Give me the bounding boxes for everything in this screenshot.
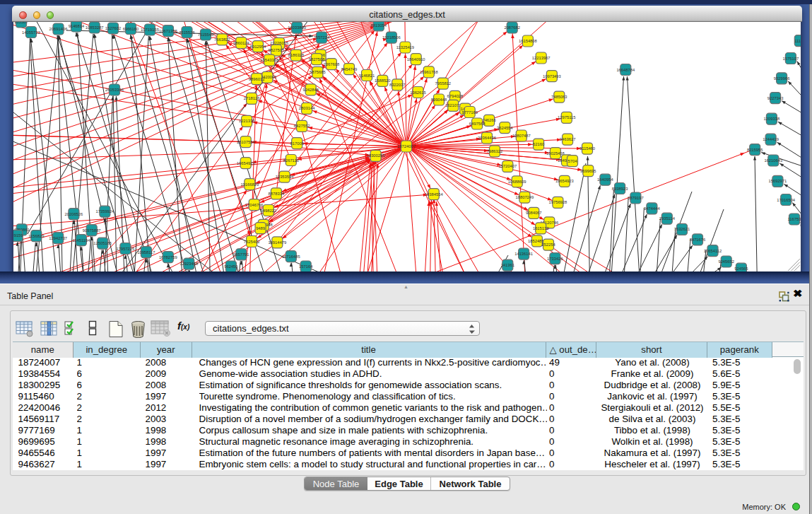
svg-text:10973493: 10973493 (543, 74, 561, 78)
svg-text:1221336: 1221336 (239, 119, 255, 123)
svg-text:18724007: 18724007 (397, 144, 416, 148)
svg-text:8990448: 8990448 (431, 98, 447, 102)
svg-text:16107554: 16107554 (237, 140, 256, 144)
svg-text:7557224: 7557224 (314, 35, 330, 40)
svg-text:1156829: 1156829 (28, 234, 44, 238)
svg-text:20206526: 20206526 (65, 212, 83, 216)
svg-text:7485063: 7485063 (551, 95, 567, 99)
svg-text:141361: 141361 (501, 263, 514, 267)
svg-text:1615132: 1615132 (533, 226, 549, 230)
svg-text:10671355: 10671355 (159, 29, 177, 33)
svg-text:9115460: 9115460 (579, 146, 595, 151)
svg-text:962450: 962450 (224, 264, 237, 269)
svg-text:9227343: 9227343 (767, 96, 784, 100)
svg-text:9827508: 9827508 (309, 57, 325, 62)
svg-text:17957225: 17957225 (117, 247, 135, 251)
svg-text:19654923: 19654923 (237, 161, 255, 165)
svg-text:16033809: 16033809 (288, 25, 306, 30)
svg-text:9242848: 9242848 (302, 88, 319, 92)
svg-text:16961768: 16961768 (420, 70, 438, 74)
svg-text:2803144: 2803144 (299, 106, 315, 110)
svg-text:39159: 39159 (13, 233, 23, 238)
svg-text:18640910: 18640910 (407, 57, 425, 62)
svg-text:8427552: 8427552 (294, 124, 310, 128)
svg-text:2367608: 2367608 (324, 62, 340, 66)
svg-text:6497568: 6497568 (469, 122, 486, 126)
svg-text:19384554: 19384554 (425, 192, 444, 197)
svg-text:3624554: 3624554 (497, 126, 513, 130)
svg-text:9329966: 9329966 (774, 76, 790, 81)
svg-text:924565: 924565 (734, 267, 748, 271)
svg-text:11172: 11172 (794, 39, 801, 43)
svg-text:8471676: 8471676 (690, 238, 706, 242)
svg-text:7625402: 7625402 (244, 240, 260, 244)
svg-text:1362615: 1362615 (410, 90, 426, 95)
svg-text:20364436: 20364436 (478, 136, 496, 140)
svg-text:11325419: 11325419 (396, 45, 414, 49)
svg-text:15692971: 15692971 (769, 179, 787, 183)
svg-text:2718126: 2718126 (244, 96, 260, 100)
svg-text:12942737: 12942737 (49, 236, 67, 240)
svg-text:7663822: 7663822 (214, 37, 230, 42)
svg-text:12923468: 12923468 (180, 262, 198, 266)
svg-text:9489: 9489 (256, 226, 265, 230)
svg-text:12213967: 12213967 (532, 56, 551, 60)
svg-text:19166829: 19166829 (240, 182, 259, 187)
svg-text:17359924: 17359924 (96, 209, 115, 214)
svg-text:16543362: 16543362 (260, 58, 278, 62)
svg-text:20691406: 20691406 (49, 27, 68, 31)
svg-text:9146821: 9146821 (359, 74, 375, 78)
svg-text:5498222: 5498222 (261, 209, 277, 213)
svg-text:6794028: 6794028 (447, 94, 464, 98)
svg-text:16154808: 16154808 (519, 39, 537, 43)
svg-text:16914479: 16914479 (268, 240, 286, 245)
svg-text:16648784: 16648784 (616, 68, 635, 72)
svg-text:2087682: 2087682 (504, 25, 520, 30)
svg-text:19218506: 19218506 (382, 35, 401, 40)
svg-text:18807249: 18807249 (516, 195, 534, 199)
svg-text:1588520: 1588520 (375, 78, 391, 83)
svg-text:7515546: 7515546 (198, 33, 214, 37)
svg-text:12975115: 12975115 (558, 115, 575, 119)
svg-text:10719155: 10719155 (141, 28, 159, 32)
svg-text:116753: 116753 (788, 217, 801, 221)
svg-text:8267110: 8267110 (283, 158, 299, 163)
svg-text:157164: 157164 (299, 264, 313, 269)
svg-text:1621072: 1621072 (445, 103, 461, 107)
svg-text:10807487: 10807487 (512, 134, 531, 138)
svg-text:16782759: 16782759 (159, 255, 177, 259)
svg-text:5875685: 5875685 (310, 70, 326, 74)
svg-text:1244419: 1244419 (763, 137, 779, 141)
svg-text:8813054: 8813054 (371, 23, 387, 28)
svg-text:12505185: 12505185 (93, 241, 112, 245)
svg-text:10688609: 10688609 (508, 180, 526, 184)
svg-text:7632621: 7632621 (674, 227, 690, 231)
svg-text:15720407: 15720407 (498, 164, 517, 168)
svg-text:10025458: 10025458 (546, 151, 565, 156)
svg-text:18300295: 18300295 (367, 153, 385, 158)
svg-text:1640954: 1640954 (597, 177, 613, 182)
svg-text:9146814: 9146814 (69, 24, 85, 28)
svg-text:17016504: 17016504 (777, 198, 796, 202)
svg-text:16210643: 16210643 (764, 158, 782, 163)
svg-text:15716485: 15716485 (282, 255, 300, 259)
svg-text:1527602: 1527602 (105, 26, 122, 30)
svg-text:17046766: 17046766 (245, 203, 264, 207)
svg-text:1209338: 1209338 (764, 117, 780, 121)
svg-text:12353594: 12353594 (276, 175, 295, 179)
svg-text:6879197: 6879197 (628, 196, 644, 200)
svg-text:9777169: 9777169 (461, 110, 478, 115)
svg-text:19756928: 19756928 (549, 200, 567, 204)
svg-text:14055712: 14055712 (22, 30, 40, 35)
svg-text:10654112: 10654112 (704, 249, 722, 253)
svg-text:9896012: 9896012 (249, 77, 265, 81)
svg-text:14136141: 14136141 (514, 252, 533, 256)
svg-text:252254: 252254 (541, 243, 555, 247)
svg-text:9860124: 9860124 (233, 41, 249, 45)
svg-text:11451194: 11451194 (72, 238, 90, 243)
svg-text:5704: 5704 (568, 159, 578, 163)
svg-text:1733426: 1733426 (547, 257, 563, 261)
svg-text:7955812: 7955812 (435, 81, 452, 86)
svg-text:8912954: 8912954 (250, 45, 266, 49)
svg-text:19654923: 19654923 (555, 179, 574, 183)
